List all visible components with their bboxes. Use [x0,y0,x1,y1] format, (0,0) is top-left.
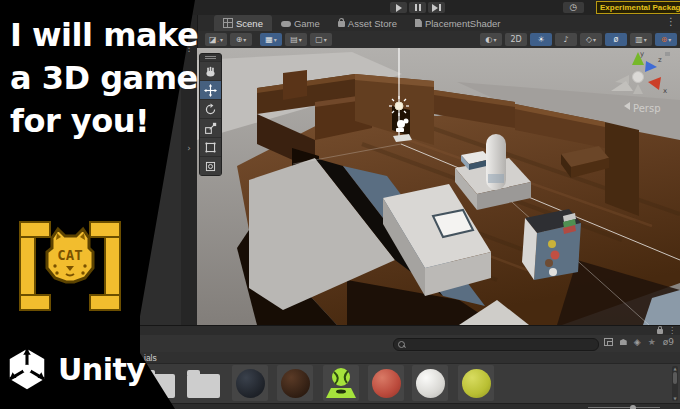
svg-text:x: x [663,87,667,95]
unity-logo-icon [4,346,50,392]
lock-icon[interactable] [657,329,663,334]
asset-grid-scrollbar[interactable]: ▲▼ [672,366,678,401]
scene-grid-icon [223,18,233,28]
headline-line-1: I will make [10,14,198,57]
shading-globe-dropdown[interactable]: ⊕▾ [230,33,252,46]
gamepad-icon [281,21,291,27]
search-icon [398,341,405,348]
tab-asset-store[interactable]: Asset Store [329,15,406,31]
pause-icon [415,4,421,11]
gig-image: ◷ Experimental Packag Scene Game Asset S… [0,0,680,409]
svg-text:z: z [658,56,662,64]
frame-settings-dropdown[interactable]: ▢▾ [310,33,332,46]
scene-view-toolbar: ◪.▾ ⊕▾ ▦▾ ▤▾ ▢▾ ◐▾ 2D ☀ ♪ ◇▾ ø ▥▾ ⊕▾ [140,31,680,49]
scale-icon [204,122,217,135]
project-panel: ⋮ ◈ ★ ø9 ials [140,325,680,409]
type-filter-icon[interactable]: ◈ [634,337,641,347]
material-sphere [281,369,310,398]
green-ball-icon [325,366,357,400]
gig-headline: I will make a 3D game for you! [10,14,198,143]
pause-button[interactable] [409,2,426,13]
step-button[interactable] [428,2,445,13]
unity-editor-window: ◷ Experimental Packag Scene Game Asset S… [140,0,680,409]
scale-tool-button[interactable] [200,118,221,137]
project-breadcrumb[interactable]: ials [140,352,680,364]
headline-line-2: a 3D game [10,57,198,100]
asset-green-ball-prefab[interactable] [323,365,359,401]
svg-text:y: y [640,50,644,58]
asset-material-yellow[interactable] [458,365,494,401]
scene-3d-viewport[interactable]: y z x Persp [197,48,680,325]
unity-brand: Unity [4,346,145,392]
experimental-packages-badge[interactable]: Experimental Packag [596,1,680,14]
transform-tool-strip [199,53,222,176]
tab-game[interactable]: Game [272,15,329,31]
camera-settings-dropdown[interactable]: ▥▾ [630,33,652,46]
rect-icon [204,141,217,154]
paint-details-toggle[interactable]: ▦▾ [260,33,282,46]
project-search[interactable] [393,338,599,351]
view-tab-bar: Scene Game Asset Store PlacementShader ⋮ [140,15,680,32]
tab-scene[interactable]: Scene [214,15,272,31]
move-tool-button[interactable] [200,80,221,99]
thumbnail-size-slider[interactable] [588,407,660,408]
material-sphere [236,369,265,398]
asset-grid: ▲▼ [140,364,680,403]
transform-icon [204,160,217,173]
rotate-tool-button[interactable] [200,99,221,118]
2d-mode-toggle[interactable]: 2D [505,33,527,46]
tab-placementshader[interactable]: PlacementShader [406,15,510,31]
gizmos-dropdown[interactable]: ⊕▾ [655,33,677,46]
shader-file-icon [415,19,422,27]
scene-render: y z x Persp [197,48,680,325]
open-in-window-icon[interactable] [604,338,613,346]
hand-tool-button[interactable] [200,61,221,80]
hidden-count-toggle[interactable]: ø9 [663,337,674,347]
effects-dropdown[interactable]: ◇▾ [580,33,602,46]
toolstrip-drag-handle[interactable] [200,54,221,61]
material-sphere [462,369,491,398]
editor-top-bar: ◷ Experimental Packag [140,0,680,16]
capsule-object [486,134,506,190]
slider-knob[interactable] [630,405,636,409]
cat-face-icon: CAT [47,229,93,282]
undo-history-button[interactable]: ◷ [563,2,584,13]
label-filter-icon[interactable]: ★ [648,337,656,347]
project-panel-header: ⋮ [140,326,680,335]
play-button[interactable] [390,2,407,13]
step-icon [432,4,438,12]
panel-menu-icon[interactable]: ⋮ [668,326,676,335]
tab-placementshader-label: PlacementShader [425,18,501,29]
expand-panel-chevron-icon[interactable]: › [181,143,197,153]
render-mode-dropdown[interactable]: ◐▾ [480,33,502,46]
project-search-input[interactable] [408,340,598,349]
package-filter-icon[interactable] [620,339,627,345]
hand-icon [204,65,217,78]
project-status-bar [140,403,680,409]
asset-material-dark[interactable] [232,365,268,401]
rect-tool-button[interactable] [200,137,221,156]
scene-visibility-toggle[interactable]: ø [605,33,627,46]
shopping-bag-icon [338,21,345,27]
play-icon [396,4,402,12]
terrain-settings-dropdown[interactable]: ▤▾ [285,33,307,46]
rotate-icon [204,103,217,116]
scene-audio-toggle[interactable]: ♪ [555,33,577,46]
svg-text:Persp: Persp [633,103,661,114]
material-sphere [416,369,445,398]
asset-material-wood[interactable] [277,365,313,401]
breadcrumb-fragment: ials [144,353,157,363]
move-icon [204,84,217,97]
svg-text:CAT: CAT [57,247,82,263]
scene-lighting-toggle[interactable]: ☀ [530,33,552,46]
project-toolbar: ◈ ★ ø9 [140,335,680,353]
asset-material-white[interactable] [412,365,448,401]
headline-line-3: for you! [10,100,198,143]
cat-pixel-logo: CAT [14,214,126,322]
tab-context-menu-icon[interactable]: ⋮ [666,16,676,27]
unity-wordmark: Unity [58,352,145,387]
transform-tool-button[interactable] [200,156,221,175]
asset-material-red[interactable] [368,365,404,401]
draw-mode-dropdown[interactable]: ◪.▾ [205,33,227,46]
asset-folder-2[interactable] [187,374,220,398]
